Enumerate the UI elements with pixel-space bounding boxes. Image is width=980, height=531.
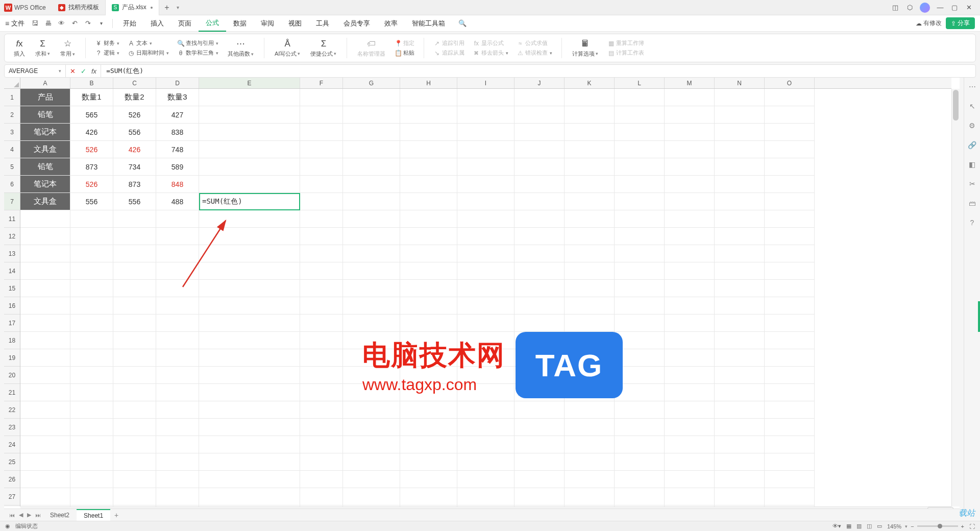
select-tool-icon[interactable]: ↖ [967,101,977,111]
cell[interactable] [20,471,70,488]
cell[interactable] [199,106,300,124]
cell[interactable] [715,436,765,453]
cell[interactable]: 产品 [20,89,70,106]
sheet-prev-icon[interactable]: ◀ [17,512,25,518]
cell[interactable] [199,488,300,505]
cell[interactable] [665,210,715,228]
row-header-14[interactable]: 14 [4,262,20,280]
cell[interactable] [70,245,113,262]
cell[interactable] [199,436,300,453]
cell[interactable] [765,106,815,124]
cell[interactable] [400,141,457,158]
convenient-formula-button[interactable]: Σ便捷公式▾ [307,39,339,58]
cell[interactable] [300,124,343,141]
cell[interactable] [615,488,665,505]
cell[interactable] [665,471,715,488]
cell[interactable] [514,436,565,453]
cell[interactable] [514,280,565,297]
cell[interactable] [665,228,715,245]
cell[interactable] [615,262,665,280]
cell[interactable] [156,349,199,367]
cell[interactable] [113,384,156,401]
cell[interactable] [715,158,765,176]
share-button[interactable]: ⇪分享 [946,17,975,29]
cell[interactable] [457,471,514,488]
formula-input[interactable]: =SUM(红色) [101,66,975,76]
search-icon[interactable]: 🔍 [457,18,468,29]
maximize-button[interactable]: ▢ [947,1,962,15]
redo-icon[interactable]: ↷ [83,18,93,29]
select-all-corner[interactable] [4,78,20,89]
cell[interactable] [514,453,565,471]
cell[interactable] [665,280,715,297]
cell[interactable] [343,453,400,471]
confirm-formula-icon[interactable]: ✓ [81,67,86,75]
cell[interactable] [457,158,514,176]
cell[interactable]: 526 [70,176,113,193]
cell[interactable] [199,280,300,297]
cell[interactable] [300,89,343,106]
col-header-J[interactable]: J [514,78,565,88]
cell[interactable] [300,349,343,367]
cell[interactable]: 838 [156,124,199,141]
cell[interactable] [715,280,765,297]
cell[interactable] [765,453,815,471]
cell[interactable] [514,176,565,193]
cell[interactable] [615,141,665,158]
cell[interactable] [199,401,300,419]
cell[interactable] [199,89,300,106]
cell[interactable] [457,401,514,419]
cell[interactable] [20,401,70,419]
cell[interactable] [20,453,70,471]
cell[interactable] [765,124,815,141]
grid-view-icon[interactable]: ▦ [846,523,851,529]
row-header-4[interactable]: 4 [4,141,20,158]
menu-tab-审阅[interactable]: 审阅 [254,15,281,32]
cell[interactable] [300,245,343,262]
cell[interactable]: 426 [70,124,113,141]
cell[interactable] [300,210,343,228]
cell[interactable] [199,141,300,158]
cell[interactable] [615,158,665,176]
cell[interactable] [615,193,665,210]
cell[interactable] [70,436,113,453]
cell[interactable]: 文具盒 [20,141,70,158]
calc-options-button[interactable]: 🖩计算选项▾ [569,39,601,58]
tab-template[interactable]: ◆ 找稻壳模板 [52,0,106,15]
insert-function-button[interactable]: fx插入 [11,39,28,58]
cell[interactable] [199,471,300,488]
cell[interactable] [156,488,199,505]
scroll-thumb[interactable] [953,90,959,120]
cell[interactable] [113,419,156,436]
cell[interactable] [715,488,765,505]
cell[interactable] [514,106,565,124]
cell[interactable] [400,245,457,262]
row-header-23[interactable]: 23 [4,419,20,436]
file-menu[interactable]: 文件 [11,19,24,28]
cell[interactable] [665,262,715,280]
cell[interactable] [765,384,815,401]
cell[interactable] [665,367,715,384]
cell[interactable] [199,210,300,228]
cell[interactable] [765,315,815,332]
cell[interactable] [300,488,343,505]
cell[interactable] [565,158,615,176]
cell[interactable] [300,332,343,349]
cell[interactable] [20,245,70,262]
other-fn-button[interactable]: ⋯其他函数▾ [225,38,257,58]
datetime-fn-button[interactable]: ◷日期和时间▾ [126,49,171,57]
menu-tab-会员专享[interactable]: 会员专享 [336,15,377,32]
col-header-O[interactable]: O [765,78,815,88]
cell[interactable] [156,436,199,453]
cell[interactable]: 488 [156,193,199,210]
cell[interactable]: 文具盒 [20,193,70,210]
hamburger-icon[interactable]: ≡ [5,19,9,28]
cell[interactable] [400,106,457,124]
row-header-19[interactable]: 19 [4,349,20,367]
cell[interactable]: 873 [70,158,113,176]
print-preview-icon[interactable]: 👁 [56,18,66,29]
row-header-20[interactable]: 20 [4,367,20,384]
cell[interactable] [565,488,615,505]
cell[interactable] [156,419,199,436]
cell[interactable]: 数量2 [113,89,156,106]
